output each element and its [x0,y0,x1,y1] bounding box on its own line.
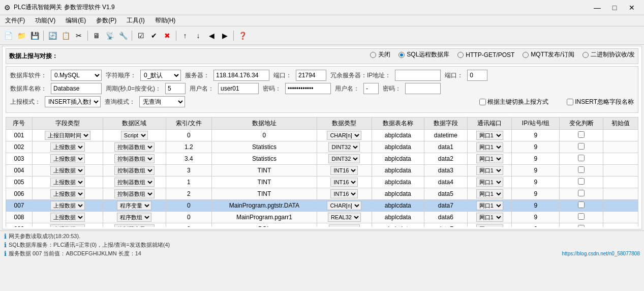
toolbar-btn6[interactable]: ✂ [73,30,85,42]
table-cell[interactable]: 上报数据 [32,165,103,177]
radio-binary[interactable]: 二进制协议收/发 [582,50,635,59]
table-cell[interactable]: 上报数据 [32,153,103,165]
table-row[interactable]: 003上报数据控制器数组3.4StatisticsDINT32abplcdata… [6,153,638,165]
toolbar-btn10[interactable]: ☑ [135,30,147,42]
menu-function[interactable]: 功能(V) [30,15,60,26]
checkbox1[interactable] [479,99,486,105]
toolbar-btn5[interactable]: 📋 [59,30,72,42]
table-cell[interactable]: 网口1 [468,130,512,141]
table-cell[interactable]: 上报数据 [32,177,103,188]
toolbar-new[interactable]: 📄 [2,30,14,42]
table-cell[interactable]: 网口1 [468,223,512,227]
table-row[interactable]: 009上报数据控制器变量0BOLBOOL1abplcdatadata7网口19 [6,223,638,227]
table-cell[interactable]: Script [103,130,166,141]
period-input[interactable] [165,83,186,94]
table-cell[interactable]: 上报数据 [32,141,103,153]
table-cell[interactable]: 上报数据 [32,223,103,227]
toolbar-save[interactable]: 💾 [28,30,41,42]
table-cell[interactable] [560,141,603,153]
table-cell[interactable] [560,177,603,188]
redundant-user-input[interactable] [363,83,379,94]
user-input[interactable] [218,83,259,94]
char-order-select[interactable]: 0_默认 [140,70,181,81]
menu-help[interactable]: 帮助(H) [150,15,181,26]
toolbar-right[interactable]: ▶ [219,30,231,42]
toolbar-left[interactable]: ◀ [205,30,218,42]
query-mode-select[interactable]: 无查询 [139,96,185,107]
toolbar-open[interactable]: 📁 [15,30,27,42]
redundant-password-input[interactable] [405,83,441,94]
table-cell[interactable]: 控制器数组 [103,188,166,200]
menu-file[interactable]: 文件(F) [0,15,30,26]
radio-sql[interactable]: SQL远程数据库 [398,50,449,59]
table-cell[interactable]: 上报日期时间 [32,130,103,141]
table-cell[interactable]: REAL32 [317,212,372,223]
redundant-port-input[interactable] [467,70,487,81]
table-row[interactable]: 001上报日期时间Script00CHAR[n]abplcdatadatetim… [6,130,638,141]
port-input[interactable] [296,70,326,81]
table-cell[interactable]: 程序数组 [103,212,166,223]
table-cell[interactable]: 网口1 [468,165,512,177]
table-row[interactable]: 004上报数据控制器数组3TINTINT16abplcdatadata3网口19 [6,165,638,177]
redundant-ip-input[interactable] [395,70,441,81]
table-cell[interactable]: 控制器数组 [103,141,166,153]
table-cell[interactable] [560,153,603,165]
table-row[interactable]: 007上报数据程序变量0MainProgram.pgtstr.DATACHAR[… [6,200,638,212]
toolbar-btn4[interactable]: 🔄 [46,30,58,42]
close-button[interactable]: ✕ [624,2,640,13]
table-cell[interactable] [560,188,603,200]
table-row[interactable]: 006上报数据控制器数组2TINTINT16abplcdatadata5网口19 [6,188,638,200]
toolbar-btn9[interactable]: 🔧 [117,30,129,42]
checkbox2-label[interactable]: INSERT忽略字段名称 [567,98,634,106]
table-cell[interactable] [560,165,603,177]
table-cell[interactable]: DINT32 [317,141,372,153]
table-cell[interactable]: 上报数据 [32,212,103,223]
password-input[interactable] [285,83,331,94]
table-cell[interactable]: 上报数据 [32,200,103,212]
menu-param[interactable]: 参数(P) [91,15,121,26]
toolbar-down[interactable]: ↓ [192,30,204,42]
toolbar-btn8[interactable]: 📡 [104,30,116,42]
table-row[interactable]: 008上报数据程序数组0MainProgram.pgarr1REAL32abpl… [6,212,638,223]
radio-off[interactable]: 关闭 [370,50,390,59]
table-cell[interactable]: INT16 [317,165,372,177]
table-cell[interactable]: 程序变量 [103,200,166,212]
table-cell[interactable]: 控制器数组 [103,165,166,177]
table-cell[interactable]: 控制器变量 [103,223,166,227]
table-cell[interactable]: 网口1 [468,153,512,165]
server-input[interactable] [213,70,269,81]
db-name-input[interactable] [51,83,102,94]
table-cell[interactable]: 控制器数组 [103,177,166,188]
toolbar-btn11[interactable]: ✔ [148,30,160,42]
table-cell[interactable]: BOOL1 [317,223,372,227]
table-cell[interactable]: 网口1 [468,212,512,223]
minimize-button[interactable]: — [589,2,605,13]
toolbar-up[interactable]: ↑ [179,30,191,42]
table-cell[interactable]: CHAR[n] [317,200,372,212]
menu-tools[interactable]: 工具(I) [121,15,149,26]
menu-edit[interactable]: 编辑(E) [60,15,91,26]
toolbar-btn12[interactable]: ✖ [161,30,173,42]
table-cell[interactable]: CHAR[n] [317,130,372,141]
toolbar-help[interactable]: ❓ [236,30,249,42]
checkbox2[interactable] [567,99,573,105]
table-cell[interactable]: 网口1 [468,188,512,200]
table-cell[interactable]: 上报数据 [32,188,103,200]
radio-mqtt[interactable]: MQTT发布/订阅 [523,50,574,59]
db-software-select[interactable]: 0.MySQL [51,70,102,81]
maximize-button[interactable]: □ [606,2,623,13]
table-row[interactable]: 005上报数据控制器数组1TINTINT16abplcdatadata4网口19 [6,177,638,188]
toolbar-btn7[interactable]: 🖥 [90,30,103,42]
table-cell[interactable]: INT16 [317,177,372,188]
table-cell[interactable]: INT16 [317,188,372,200]
table-cell[interactable]: 网口1 [468,200,512,212]
table-cell[interactable]: 控制器数组 [103,153,166,165]
radio-http[interactable]: HTTP-GET/POST [457,51,514,59]
table-cell[interactable] [560,200,603,212]
table-cell[interactable] [560,212,603,223]
table-cell[interactable] [560,130,603,141]
checkbox1-label[interactable]: 根据主键切换上报方式 [479,98,548,106]
report-mode-select[interactable]: INSERT插入数据 [45,96,101,107]
table-cell[interactable]: DINT32 [317,153,372,165]
table-row[interactable]: 002上报数据控制器数组1.2StatisticsDINT32abplcdata… [6,141,638,153]
